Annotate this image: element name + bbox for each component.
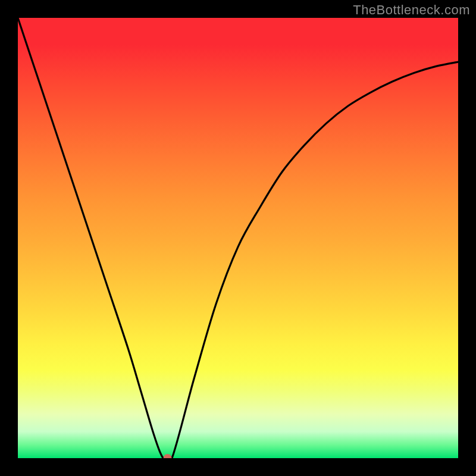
watermark-text: TheBottleneck.com bbox=[353, 2, 470, 18]
minimum-marker bbox=[164, 454, 172, 458]
chart-frame: TheBottleneck.com bbox=[0, 0, 476, 476]
plot-area bbox=[18, 18, 458, 458]
bottleneck-curve bbox=[18, 18, 458, 458]
curve-svg bbox=[18, 18, 458, 458]
